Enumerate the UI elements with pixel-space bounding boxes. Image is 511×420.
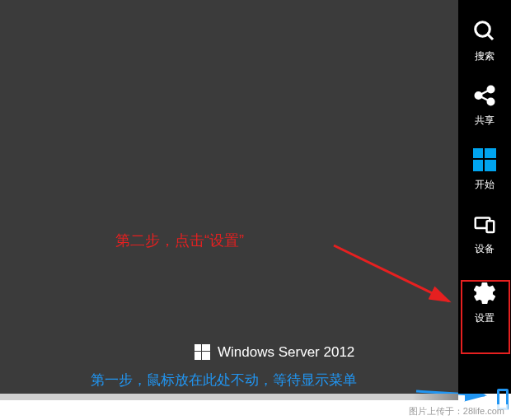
gear-icon — [471, 280, 498, 306]
arrow-red-icon — [330, 237, 460, 311]
charm-settings-label: 设置 — [475, 311, 495, 325]
annotation-step2: 第二步，点击“设置” — [115, 231, 244, 250]
devices-icon — [471, 211, 498, 237]
desktop-background: Windows Server 2012 第二步，点击“设置” 第一步，鼠标放在此… — [0, 0, 458, 394]
charm-settings[interactable]: 设置 — [458, 265, 511, 339]
svg-line-7 — [481, 90, 489, 94]
charm-search[interactable]: 搜索 — [458, 8, 511, 72]
svg-line-8 — [481, 96, 489, 100]
charms-bar: 搜索 共享 开始 设备 — [458, 0, 511, 394]
charm-share-label: 共享 — [475, 114, 495, 128]
svg-line-3 — [488, 34, 493, 39]
windows-logo-icon — [195, 344, 211, 361]
brand-text: Windows Server 2012 — [218, 344, 354, 361]
watermark: 图片上传于：28life.com — [406, 404, 508, 418]
charm-search-label: 搜索 — [475, 49, 495, 63]
annotation-step1: 第一步，鼠标放在此处不动，等待显示菜单 — [91, 371, 357, 390]
svg-rect-10 — [487, 221, 495, 232]
charm-share[interactable]: 共享 — [458, 72, 511, 137]
share-icon — [471, 82, 498, 109]
charm-devices[interactable]: 设备 — [458, 201, 511, 265]
charm-start-label: 开始 — [475, 178, 495, 192]
svg-point-2 — [476, 21, 490, 36]
os-brand: Windows Server 2012 — [195, 344, 354, 361]
svg-line-0 — [334, 245, 449, 301]
charm-devices-label: 设备 — [475, 242, 495, 256]
taskbar[interactable] — [0, 394, 458, 400]
search-icon — [471, 18, 498, 44]
charm-start[interactable]: 开始 — [458, 137, 511, 201]
start-icon — [471, 147, 498, 173]
